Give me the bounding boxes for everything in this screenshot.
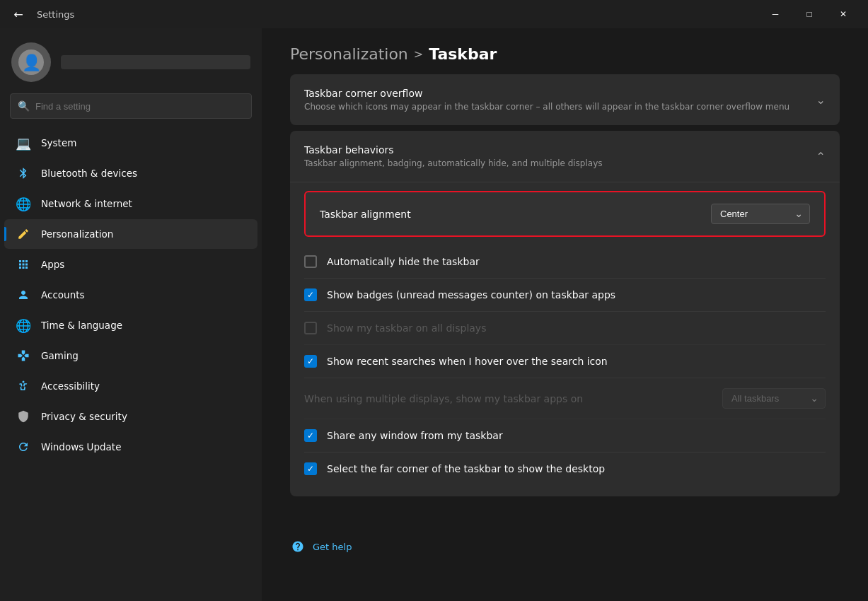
app-title: Settings	[37, 9, 74, 20]
sidebar-item-accounts[interactable]: Accounts	[4, 280, 257, 310]
avatar-icon: 👤	[18, 49, 44, 75]
search-input[interactable]	[35, 101, 244, 112]
breadcrumb-current: Taskbar	[429, 45, 497, 63]
checkbox-share-window[interactable]	[304, 429, 317, 442]
sidebar-item-label: Time & language	[41, 320, 122, 331]
titlebar-left: ← Settings	[8, 4, 74, 24]
sidebar-item-label: Accounts	[41, 289, 85, 300]
apps-icon	[16, 257, 31, 272]
get-help-icon	[290, 539, 306, 554]
checkbox-far-corner[interactable]	[304, 462, 317, 475]
checkbox-label-show-badges: Show badges (unread messages counter) on…	[327, 289, 826, 300]
multi-display-row: When using multiple displays, show my ta…	[304, 378, 826, 419]
sidebar-item-bluetooth[interactable]: Bluetooth & devices	[4, 158, 257, 188]
sidebar-item-personalization[interactable]: Personalization	[4, 219, 257, 249]
sidebar-item-label: System	[41, 137, 76, 148]
checkbox-row-auto-hide: Automatically hide the taskbar	[304, 245, 826, 279]
minimize-button[interactable]: ─	[759, 3, 792, 25]
privacy-icon	[16, 409, 31, 424]
checkbox-row-recent-searches: Show recent searches when I hover over t…	[304, 345, 826, 378]
checkbox-label-auto-hide: Automatically hide the taskbar	[327, 256, 826, 267]
time-icon: 🌐	[16, 317, 31, 333]
panel-overflow-subtitle: Choose which icons may appear in the tas…	[304, 102, 808, 112]
panel-behaviors-subtitle: Taskbar alignment, badging, automaticall…	[304, 158, 808, 168]
sidebar-item-system[interactable]: 💻 System	[4, 128, 257, 158]
search-container: 🔍	[0, 93, 262, 127]
gaming-icon	[16, 348, 31, 363]
search-box[interactable]: 🔍	[10, 93, 252, 119]
footer-links: Get help	[262, 527, 868, 566]
sidebar-item-time[interactable]: 🌐 Time & language	[4, 310, 257, 340]
sidebar: 👤 🔍 💻 System Bluetooth & devices	[0, 28, 262, 601]
settings-content: Taskbar corner overflow Choose which ico…	[262, 74, 868, 527]
bluetooth-icon	[16, 165, 31, 181]
sidebar-item-label: Windows Update	[41, 441, 121, 453]
main-layout: 👤 🔍 💻 System Bluetooth & devices	[0, 28, 868, 601]
checkbox-row-share-window: Share any window from my taskbar	[304, 419, 826, 453]
sidebar-item-network[interactable]: 🌐 Network & internet	[4, 189, 257, 218]
sidebar-item-label: Personalization	[41, 228, 113, 240]
breadcrumb: Personalization > Taskbar	[290, 45, 840, 63]
checkbox-label-recent-searches: Show recent searches when I hover over t…	[327, 356, 826, 367]
network-icon: 🌐	[16, 196, 31, 211]
panel-header-left: Taskbar behaviors Taskbar alignment, bad…	[304, 144, 808, 168]
sidebar-item-windows-update[interactable]: Windows Update	[4, 432, 257, 462]
svg-point-0	[23, 381, 25, 383]
accounts-icon	[16, 287, 31, 303]
panel-overflow-chevron: ⌄	[816, 93, 826, 107]
checkbox-label-far-corner: Select the far corner of the taskbar to …	[327, 463, 826, 474]
checkbox-label-all-displays: Show my taskbar on all displays	[327, 322, 826, 334]
sidebar-item-label: Privacy & security	[41, 411, 127, 422]
checkbox-recent-searches[interactable]	[304, 355, 317, 368]
window-controls: ─ □ ✕	[759, 3, 860, 25]
checkbox-auto-hide[interactable]	[304, 255, 317, 268]
taskbar-alignment-select-wrapper: Left Center	[711, 204, 810, 224]
sidebar-item-label: Gaming	[41, 350, 79, 361]
sidebar-item-label: Accessibility	[41, 380, 100, 392]
checkbox-show-badges[interactable]	[304, 288, 317, 301]
panel-behaviors-chevron: ⌃	[816, 150, 826, 163]
system-icon: 💻	[16, 135, 31, 151]
search-icon: 🔍	[18, 100, 30, 112]
multi-display-select[interactable]: All taskbars Main taskbar only	[722, 388, 826, 409]
sidebar-item-gaming[interactable]: Gaming	[4, 341, 257, 370]
taskbar-alignment-label: Taskbar alignment	[320, 209, 411, 220]
user-section: 👤	[0, 28, 262, 93]
breadcrumb-parent: Personalization	[290, 45, 408, 63]
content-area: Personalization > Taskbar Taskbar corner…	[262, 28, 868, 601]
titlebar: ← Settings ─ □ ✕	[0, 0, 868, 28]
back-button[interactable]: ←	[8, 4, 28, 24]
multi-display-select-wrapper: All taskbars Main taskbar only	[722, 388, 826, 409]
panel-behaviors-body: Taskbar alignment Left Center Automatica…	[290, 182, 840, 496]
taskbar-alignment-row: Taskbar alignment Left Center	[304, 191, 826, 237]
checkbox-row-far-corner: Select the far corner of the taskbar to …	[304, 453, 826, 485]
sidebar-item-label: Bluetooth & devices	[41, 168, 137, 179]
page-header: Personalization > Taskbar	[262, 28, 868, 74]
panel-behaviors: Taskbar behaviors Taskbar alignment, bad…	[290, 131, 840, 496]
get-help-label: Get help	[313, 542, 352, 552]
windows-update-icon	[16, 439, 31, 455]
maximize-button[interactable]: □	[793, 3, 826, 25]
panel-behaviors-title: Taskbar behaviors	[304, 144, 808, 156]
personalization-icon	[16, 226, 31, 242]
sidebar-item-accessibility[interactable]: Accessibility	[4, 371, 257, 401]
close-button[interactable]: ✕	[827, 3, 860, 25]
taskbar-alignment-select[interactable]: Left Center	[711, 204, 810, 224]
panel-behaviors-header[interactable]: Taskbar behaviors Taskbar alignment, bad…	[290, 131, 840, 182]
checkbox-all-displays[interactable]	[304, 322, 317, 334]
accessibility-icon	[16, 378, 31, 394]
sidebar-item-label: Apps	[41, 259, 64, 270]
get-help-link[interactable]: Get help	[290, 539, 840, 554]
panel-overflow-header[interactable]: Taskbar corner overflow Choose which ico…	[290, 74, 840, 125]
avatar: 👤	[11, 42, 51, 82]
sidebar-nav: 💻 System Bluetooth & devices 🌐 Network &…	[0, 127, 262, 462]
multi-display-label: When using multiple displays, show my ta…	[304, 393, 722, 404]
panel-overflow: Taskbar corner overflow Choose which ico…	[290, 74, 840, 125]
sidebar-item-privacy[interactable]: Privacy & security	[4, 402, 257, 431]
checkbox-row-all-displays: Show my taskbar on all displays	[304, 312, 826, 345]
sidebar-item-label: Network & internet	[41, 198, 132, 209]
panel-header-left: Taskbar corner overflow Choose which ico…	[304, 88, 808, 112]
checkbox-label-share-window: Share any window from my taskbar	[327, 430, 826, 441]
sidebar-item-apps[interactable]: Apps	[4, 250, 257, 279]
panel-overflow-title: Taskbar corner overflow	[304, 88, 808, 99]
